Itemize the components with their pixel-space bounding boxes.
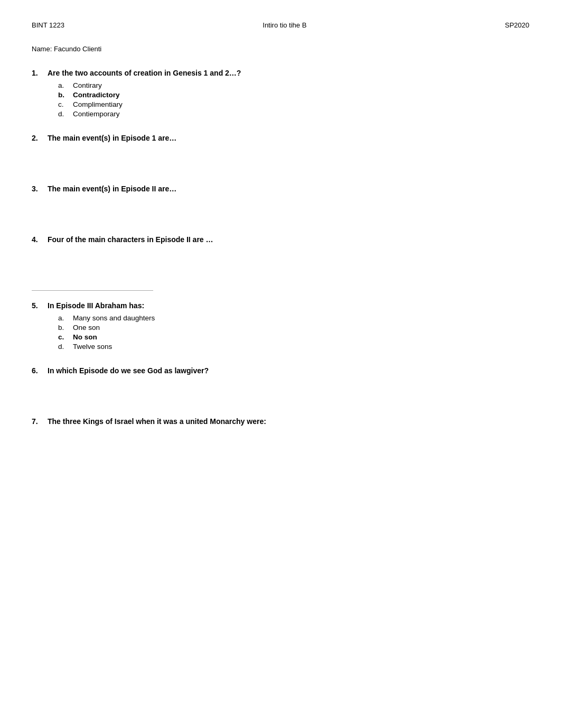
header-center: Intiro tio tihe B — [263, 21, 306, 29]
choice-5-1[interactable]: b.One son — [58, 324, 529, 331]
question-3: 3.The main event(s) in Episode II are… — [32, 185, 529, 193]
divider-line — [32, 290, 153, 291]
choice-5-2[interactable]: c.No son — [58, 333, 529, 341]
choice-text-1-3: Contiemporary — [73, 110, 120, 118]
question-text-3: 3.The main event(s) in Episode II are… — [32, 185, 529, 193]
choice-label-5-1: b. — [58, 324, 69, 331]
question-label-5: In Episode III Abraham has: — [48, 301, 144, 310]
question-text-7: 7.The three Kings of Israel when it was … — [32, 417, 529, 426]
student-name-value: Facundo Clienti — [54, 45, 101, 53]
answer-choices-1: a.Contiraryb.Contradictoryc.Complimentia… — [58, 81, 529, 118]
choice-label-5-0: a. — [58, 314, 69, 322]
choice-label-5-3: d. — [58, 343, 69, 351]
question-text-6: 6.In which Episode do we see God as lawg… — [32, 366, 529, 375]
answer-choices-5: a.Many sons and daughtersb.One sonc.No s… — [58, 314, 529, 351]
question-label-1: Are the two accounts of creation in Gene… — [48, 69, 241, 77]
question-number-5: 5. — [32, 301, 44, 310]
header-left: BINT 1223 — [32, 21, 64, 29]
question-number-4: 4. — [32, 235, 44, 244]
questions-container: 1.Are the two accounts of creation in Ge… — [32, 69, 529, 426]
choice-label-1-0: a. — [58, 81, 69, 89]
question-number-1: 1. — [32, 69, 44, 77]
choice-text-5-3: Twelve sons — [73, 343, 112, 351]
question-label-6: In which Episode do we see God as lawgiv… — [48, 366, 209, 375]
choice-text-1-1: Contradictory — [73, 91, 120, 99]
question-number-2: 2. — [32, 134, 44, 142]
question-number-7: 7. — [32, 417, 44, 426]
student-name-line: Name: Facundo Clienti — [32, 45, 529, 53]
choice-label-1-1: b. — [58, 91, 69, 99]
question-text-1: 1.Are the two accounts of creation in Ge… — [32, 69, 529, 77]
page-header: BINT 1223 Intiro tio tihe B SP2020 — [32, 21, 529, 29]
choice-1-2[interactable]: c.Complimentiary — [58, 100, 529, 108]
choice-text-1-2: Complimentiary — [73, 100, 123, 108]
question-number-3: 3. — [32, 185, 44, 193]
choice-1-3[interactable]: d.Contiemporary — [58, 110, 529, 118]
header-right: SP2020 — [505, 21, 529, 29]
question-number-6: 6. — [32, 366, 44, 375]
question-label-3: The main event(s) in Episode II are… — [48, 185, 176, 193]
question-text-4: 4.Four of the main characters in Episode… — [32, 235, 529, 244]
choice-label-5-2: c. — [58, 333, 69, 341]
choice-text-5-2: No son — [73, 333, 97, 341]
question-text-5: 5.In Episode III Abraham has: — [32, 301, 529, 310]
choice-1-1[interactable]: b.Contradictory — [58, 91, 529, 99]
question-1: 1.Are the two accounts of creation in Ge… — [32, 69, 529, 118]
question-label-2: The main event(s) in Episode 1 are… — [48, 134, 176, 142]
choice-text-5-0: Many sons and daughters — [73, 314, 155, 322]
choice-1-0[interactable]: a.Contirary — [58, 81, 529, 89]
choice-label-1-2: c. — [58, 100, 69, 108]
choice-5-3[interactable]: d.Twelve sons — [58, 343, 529, 351]
name-label: Name: — [32, 45, 52, 53]
choice-text-5-1: One son — [73, 324, 100, 331]
choice-5-0[interactable]: a.Many sons and daughters — [58, 314, 529, 322]
choice-label-1-3: d. — [58, 110, 69, 118]
choice-text-1-0: Contirary — [73, 81, 102, 89]
question-label-4: Four of the main characters in Episode I… — [48, 235, 213, 244]
question-7: 7.The three Kings of Israel when it was … — [32, 417, 529, 426]
question-2: 2.The main event(s) in Episode 1 are… — [32, 134, 529, 142]
question-4: 4.Four of the main characters in Episode… — [32, 235, 529, 291]
question-label-7: The three Kings of Israel when it was a … — [48, 417, 266, 426]
question-5: 5.In Episode III Abraham has:a.Many sons… — [32, 301, 529, 351]
question-6: 6.In which Episode do we see God as lawg… — [32, 366, 529, 375]
question-text-2: 2.The main event(s) in Episode 1 are… — [32, 134, 529, 142]
